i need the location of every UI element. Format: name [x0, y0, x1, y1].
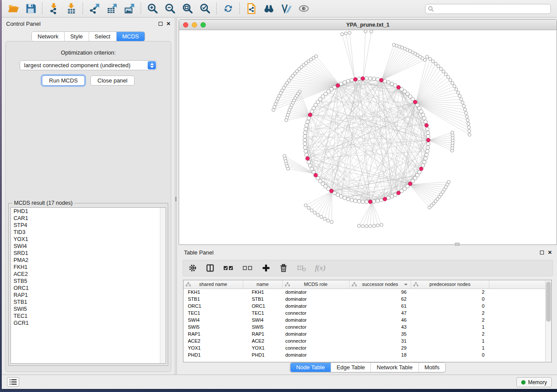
table-cell[interactable]: dominator	[282, 289, 349, 296]
table-cell[interactable]: connector	[282, 309, 349, 316]
run-mcds-button[interactable]: Run MCDS	[42, 76, 85, 86]
table-cell[interactable]: 2	[411, 330, 489, 337]
search-input[interactable]	[436, 6, 548, 12]
table-cell[interactable]: 2	[411, 316, 489, 323]
mcds-result-item[interactable]: TEC1	[11, 313, 166, 320]
network-from-file-icon[interactable]	[242, 1, 260, 16]
table-cell[interactable]: 47	[349, 309, 411, 316]
table-cell[interactable]: connector	[282, 344, 349, 351]
tab-motifs[interactable]: Motifs	[419, 363, 445, 372]
zoom-out-icon[interactable]	[161, 1, 179, 16]
network-titlebar[interactable]: YPA_prune.txt_1	[179, 20, 557, 30]
table-cell[interactable]: 1	[411, 344, 489, 351]
mcds-result-item[interactable]: PMA2	[11, 257, 166, 264]
table-cell[interactable]: 43	[349, 323, 411, 330]
mcds-result-item[interactable]: SWI5	[11, 306, 166, 313]
mcds-result-item[interactable]: ACE2	[11, 271, 166, 278]
table-cell[interactable]: 29	[349, 344, 411, 351]
tab-edge-table[interactable]: Edge Table	[331, 363, 371, 372]
delete-columns-icon[interactable]	[279, 263, 288, 273]
table-cell[interactable]: FKH1	[243, 289, 282, 296]
table-scrollbar-thumb[interactable]	[546, 282, 551, 322]
table-cell[interactable]: SWI4	[243, 316, 282, 323]
table-cell[interactable]: dominator	[282, 330, 349, 337]
float-panel-icon[interactable]	[540, 251, 544, 254]
table-row[interactable]: RAP1RAP1dominator352	[183, 330, 551, 337]
column-header-MCDS-role[interactable]: MCDS role	[282, 280, 349, 289]
column-header-predecessor-nodes[interactable]: predecessor nodes	[411, 280, 489, 289]
table-cell[interactable]: dominator	[282, 296, 349, 303]
close-panel-button[interactable]: Close panel	[90, 76, 135, 86]
mcds-result-item[interactable]: FKH1	[11, 264, 166, 271]
table-cell[interactable]: FKH1	[183, 289, 243, 296]
memory-button[interactable]: Memory	[516, 377, 552, 387]
table-cell[interactable]: connector	[282, 323, 349, 330]
float-panel-icon[interactable]	[159, 22, 163, 26]
mcds-result-item[interactable]: PHD1	[11, 208, 166, 215]
network-canvas[interactable]	[179, 30, 557, 244]
table-cell[interactable]: STB1	[183, 296, 243, 303]
table-row[interactable]: TEC1TEC1connector472	[183, 309, 551, 316]
table-cell[interactable]: ORC1	[183, 303, 243, 309]
task-history-button[interactable]	[7, 377, 19, 387]
zoom-fit-icon[interactable]	[179, 1, 196, 16]
import-table-icon[interactable]	[62, 1, 80, 16]
table-cell[interactable]: 18	[349, 351, 411, 358]
table-cell[interactable]: dominator	[282, 351, 349, 358]
table-cell[interactable]: RAP1	[183, 330, 243, 337]
table-cell[interactable]: dominator	[282, 303, 349, 309]
mcds-result-item[interactable]: RAP1	[11, 292, 166, 299]
table-row[interactable]: ORC1ORC1dominator610	[183, 303, 551, 309]
table-row[interactable]: SWI4SWI4dominator462	[183, 316, 551, 323]
table-row[interactable]: STB1STB1dominator620	[183, 296, 551, 303]
create-column-icon[interactable]	[262, 263, 270, 273]
table-row[interactable]: YOX1YOX1connector291	[183, 344, 551, 351]
table-cell[interactable]: 61	[349, 303, 411, 309]
tab-style[interactable]: Style	[65, 32, 89, 41]
table-cell[interactable]: 62	[349, 296, 411, 303]
table-cell[interactable]: SWI5	[183, 323, 243, 330]
export-table-icon[interactable]	[103, 1, 121, 16]
table-row[interactable]: ACE2ACE2connector311	[183, 337, 551, 344]
table-cell[interactable]: SWI4	[183, 316, 243, 323]
column-header-name[interactable]: name	[243, 280, 282, 289]
select-all-rows-icon[interactable]	[223, 263, 234, 273]
table-cell[interactable]: YOX1	[183, 344, 243, 351]
deselect-all-rows-icon[interactable]	[242, 263, 253, 273]
refresh-network-icon[interactable]	[219, 1, 237, 16]
table-mode-gear-icon[interactable]	[188, 263, 197, 273]
zoom-selected-icon[interactable]	[196, 1, 214, 16]
table-cell[interactable]: 0	[411, 351, 489, 358]
table-cell[interactable]: 35	[349, 330, 411, 337]
table-cell[interactable]: 46	[349, 316, 411, 323]
table-cell[interactable]: TEC1	[243, 309, 282, 316]
table-cell[interactable]: SWI5	[243, 323, 282, 330]
open-file-icon[interactable]	[4, 1, 22, 16]
mcds-result-item[interactable]: TID3	[11, 229, 166, 236]
table-cell[interactable]: PHD1	[243, 351, 282, 358]
show-columns-icon[interactable]	[206, 263, 214, 273]
mcds-result-item[interactable]: CAR1	[11, 215, 166, 222]
table-cell[interactable]: dominator	[282, 316, 349, 323]
tab-node-table[interactable]: Node Table	[291, 363, 331, 372]
tab-mcds[interactable]: MCDS	[117, 32, 145, 41]
splitter-grip-icon[interactable]	[455, 243, 460, 246]
table-cell[interactable]: 0	[411, 303, 489, 309]
mcds-result-item[interactable]: SWI4	[11, 243, 166, 250]
table-cell[interactable]: 2	[411, 289, 489, 296]
save-session-icon[interactable]	[22, 1, 39, 16]
table-cell[interactable]: ACE2	[243, 337, 282, 344]
table-cell[interactable]: PHD1	[183, 351, 243, 358]
search-binoculars-icon[interactable]	[260, 1, 277, 16]
style-pen-icon[interactable]	[277, 1, 295, 16]
tab-select[interactable]: Select	[89, 32, 117, 41]
window-minimize-icon[interactable]	[192, 22, 197, 28]
table-cell[interactable]: 2	[411, 309, 489, 316]
table-row[interactable]: SWI5SWI5connector431	[183, 323, 551, 330]
export-image-icon[interactable]	[121, 1, 138, 16]
table-row[interactable]: FKH1FKH1dominator962	[183, 289, 551, 296]
table-cell[interactable]: TEC1	[183, 309, 243, 316]
table-cell[interactable]: 1	[411, 337, 489, 344]
mcds-result-item[interactable]: STB5	[11, 278, 166, 285]
import-network-icon[interactable]	[45, 1, 62, 16]
